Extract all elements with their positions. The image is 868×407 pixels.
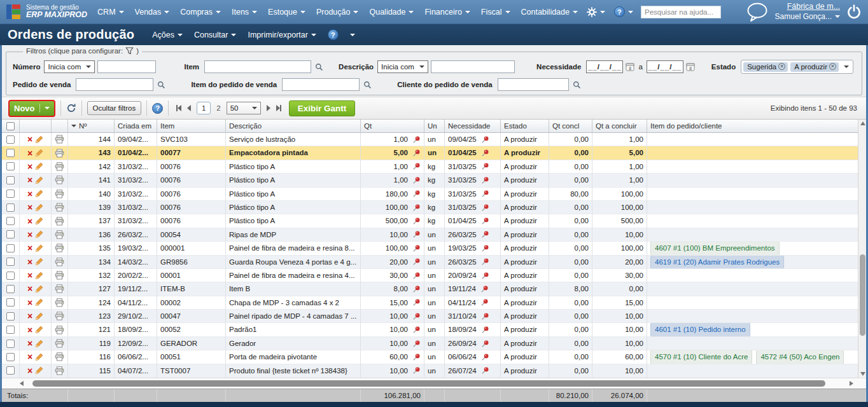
order-link-badge[interactable]: 4607 #1 (100) BM Empreendimentos <box>650 242 780 255</box>
menu-compras[interactable]: Compras <box>180 8 221 17</box>
delete-icon[interactable]: × <box>27 271 32 280</box>
row-checkbox[interactable] <box>6 230 15 238</box>
menu-itens[interactable]: Itens <box>232 8 257 17</box>
table-row[interactable]: ×12719/11/2...ITEM-BItem B8,00un19/11/24… <box>2 282 858 296</box>
necessidade-from-input[interactable]: __/__/__ <box>586 60 623 73</box>
delete-icon[interactable]: × <box>27 258 32 266</box>
ocultar-filtros-button[interactable]: Ocultar filtros <box>87 101 142 115</box>
remove-tag-icon[interactable] <box>829 63 836 70</box>
col-estado[interactable]: Estado <box>501 120 549 132</box>
menu-vendas[interactable]: Vendas <box>135 8 170 17</box>
row-checkbox[interactable] <box>6 312 15 321</box>
settings-menu[interactable] <box>587 7 605 17</box>
user-menu[interactable]: Samuel Gonça... <box>775 12 840 22</box>
current-page[interactable]: 1 <box>197 102 211 114</box>
delete-icon[interactable]: × <box>27 217 32 226</box>
item-search-icon[interactable] <box>315 63 323 71</box>
table-row[interactable]: ×14231/03/2...00076Plástico tipo A1,00kg… <box>2 160 858 174</box>
delete-icon[interactable]: × <box>27 298 32 307</box>
col-item[interactable]: Item <box>157 120 226 132</box>
remove-tag-icon[interactable] <box>778 63 785 70</box>
order-link-badge[interactable]: 4619 #1 (20) Adamir Prates Rodrigues <box>650 256 784 269</box>
edit-icon[interactable] <box>35 190 43 198</box>
edit-icon[interactable] <box>35 340 43 348</box>
first-page-icon[interactable] <box>176 105 181 111</box>
row-checkbox[interactable] <box>6 258 15 266</box>
print-icon[interactable] <box>55 271 64 280</box>
vertical-scrollbar[interactable] <box>858 120 866 378</box>
delete-icon[interactable]: × <box>27 352 32 361</box>
edit-icon[interactable] <box>35 258 43 266</box>
col-necessidade[interactable]: Necessidade <box>445 120 501 132</box>
grid-help-icon[interactable]: ? <box>152 103 163 114</box>
edit-icon[interactable] <box>35 217 43 225</box>
print-icon[interactable] <box>55 176 64 184</box>
edit-icon[interactable] <box>35 230 43 238</box>
order-link-badge[interactable]: 4570 #1 (10) Cliente do Acre <box>650 350 752 364</box>
print-icon[interactable] <box>55 149 64 158</box>
help-menu[interactable]: ? <box>614 6 633 17</box>
col-numero[interactable]: Nº <box>68 120 115 132</box>
delete-icon[interactable]: × <box>27 135 32 144</box>
print-icon[interactable] <box>55 352 64 361</box>
menu-acoes[interactable]: Ações <box>152 31 183 39</box>
edit-icon[interactable] <box>35 149 43 157</box>
estado-multiselect[interactable]: SugeridaA produzir <box>741 60 853 74</box>
col-qt-concl[interactable]: Qt concl <box>549 120 592 132</box>
row-checkbox[interactable] <box>6 340 15 348</box>
table-row[interactable]: ×12118/09/2...00052Padrão110,00un18/09/2… <box>2 323 858 336</box>
edit-icon[interactable] <box>35 272 43 280</box>
company-link[interactable]: Fábrica de m... <box>787 2 840 11</box>
delete-icon[interactable]: × <box>27 149 32 158</box>
delete-icon[interactable]: × <box>27 203 32 212</box>
menu-crm[interactable]: CRM <box>97 8 123 17</box>
table-row[interactable]: ×13931/03/2...00076Plástico tipo A100,00… <box>2 201 858 214</box>
table-row[interactable]: ×11504/07/2...TST0007Produto final {test… <box>2 364 858 378</box>
print-icon[interactable] <box>55 203 64 212</box>
edit-icon[interactable] <box>35 135 43 144</box>
scroll-down-icon[interactable] <box>860 372 865 376</box>
table-row[interactable]: ×14409/04/2...SVC103Serviço de lustração… <box>2 133 858 146</box>
edit-icon[interactable] <box>35 285 43 293</box>
numero-operator-select[interactable]: Inicia com <box>44 60 95 73</box>
table-row[interactable]: ×13731/03/2...00076Plástico tipo A500,00… <box>2 214 858 228</box>
table-row[interactable]: ×13626/03/2...00054Ripas de MDP10,00un26… <box>2 228 858 242</box>
print-icon[interactable] <box>55 366 64 375</box>
table-row[interactable]: ×14031/03/2...00076Plástico tipo A180,00… <box>2 188 858 201</box>
edit-icon[interactable] <box>35 312 43 321</box>
page-help-icon[interactable]: ? <box>328 29 339 40</box>
print-icon[interactable] <box>55 135 64 144</box>
menu-fiscal[interactable]: Fiscal <box>481 8 510 17</box>
order-link-badge[interactable]: 4572 #4 (50) Aco Engen <box>756 350 844 364</box>
refresh-icon[interactable] <box>66 103 76 113</box>
numero-input[interactable] <box>97 60 156 73</box>
help-search-input[interactable] <box>641 6 721 18</box>
item-input[interactable] <box>204 60 311 73</box>
table-row[interactable]: ×14131/03/2...00076Plástico tipo A1,00kg… <box>2 174 858 187</box>
order-link-badge[interactable]: 4601 #1 (10) Pedido interno <box>650 323 750 336</box>
row-checkbox[interactable] <box>6 326 15 334</box>
table-row[interactable]: ×12404/11/2...00002Chapa de MDP - 3 cama… <box>2 296 858 310</box>
app-logo[interactable]: Sistema de gestão ERP MAXIPROD <box>6 4 87 20</box>
novo-button[interactable]: Novo <box>8 100 55 117</box>
page-2-link[interactable]: 2 <box>216 104 220 112</box>
delete-icon[interactable]: × <box>27 366 32 375</box>
delete-icon[interactable]: × <box>27 162 32 171</box>
col-item-pedido-cliente[interactable]: Item do pedido/cliente <box>647 120 858 132</box>
row-checkbox[interactable] <box>6 285 15 293</box>
filters-legend[interactable]: Filtros (clique para configurar: ) <box>23 47 142 55</box>
table-row[interactable]: ×14301/04/2...00077Empacotadora pintada5… <box>2 146 858 160</box>
delete-icon[interactable]: × <box>27 190 32 198</box>
table-row[interactable]: ×13414/03/2...GR9856Guarda Roupa Veneza … <box>2 256 858 269</box>
table-row[interactable]: ×13220/02/2...00001Painel de fibra de ma… <box>2 269 858 282</box>
row-checkbox[interactable] <box>6 149 15 157</box>
table-row[interactable]: ×11606/06/2...00051Porta de madeira pivo… <box>2 350 858 364</box>
select-all-header[interactable] <box>2 120 20 132</box>
delete-icon[interactable]: × <box>27 339 32 348</box>
print-icon[interactable] <box>55 298 64 307</box>
scroll-up-icon[interactable] <box>860 121 865 125</box>
table-row[interactable]: ×11912/09/2...GERADORGerador10,00un26/09… <box>2 337 858 350</box>
page-size-select[interactable]: 50 <box>227 102 261 114</box>
col-descricao[interactable]: Descrição <box>226 120 361 132</box>
pedido-venda-input[interactable] <box>76 78 153 91</box>
